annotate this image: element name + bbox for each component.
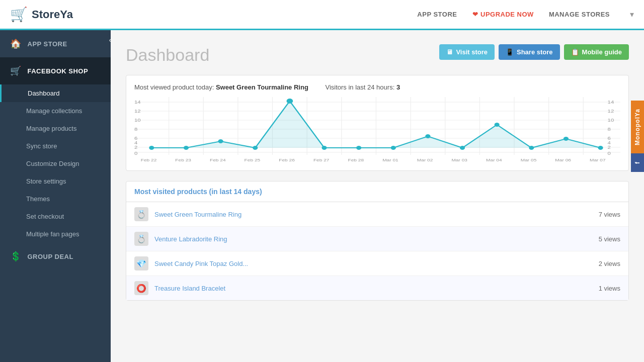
product-img-1: 💍 [134,207,148,221]
svg-text:8: 8 [134,127,138,132]
right-tabs: MonopolYa f [631,101,644,172]
sidebar-item-set-checkout[interactable]: Set checkout [0,208,111,225]
product-name-3[interactable]: Sweet Candy Pink Topaz Gold... [154,260,599,267]
svg-text:Feb 23: Feb 23 [175,158,191,162]
product-row: ⭕ Treasure Island Bracelet 1 views [126,276,628,300]
svg-point-26 [321,146,327,150]
sidebar: « 🏠 APP STORE 🛒 FACEBOOK SHOP Dashboard … [0,30,111,362]
monopolya-tab[interactable]: MonopolYa [631,101,644,153]
svg-text:8: 8 [608,127,611,132]
product-img-4: ⭕ [134,281,148,295]
sidebar-item-manage-collections[interactable]: Manage collections [0,102,111,120]
sidebar-item-themes[interactable]: Themes [0,190,111,208]
shop-icon: 🛒 [10,65,22,76]
sidebar-item-store-settings[interactable]: Store settings [0,172,111,190]
svg-text:12: 12 [134,109,141,114]
mobile-guide-button[interactable]: 📋 Mobile guide [564,44,629,60]
product-name-4[interactable]: Treasure Island Bracelet [154,285,599,292]
svg-text:Mar 04: Mar 04 [486,158,502,162]
svg-point-29 [425,134,430,138]
product-views-3: 2 views [599,260,620,267]
svg-text:Mar 02: Mar 02 [417,158,433,162]
product-views-4: 1 views [599,285,620,292]
logo-text: StoreYa [32,8,73,21]
monitor-icon: 🖥 [446,48,453,56]
svg-text:Feb 24: Feb 24 [210,158,226,162]
deal-icon: 💲 [10,251,22,262]
chart-container: 14 12 10 8 6 4 2 0 14 12 10 8 6 4 2 0 Fe… [134,97,620,162]
svg-point-33 [564,137,569,141]
svg-point-21 [149,146,154,150]
svg-point-31 [495,123,500,127]
visitors-label: Visitors in last 24 hours: 3 [325,83,400,91]
main-content: Dashboard 🖥 Visit store 📱 Share store 📋 … [111,30,644,362]
sidebar-group-deal-label: GROUP DEAL [28,253,73,260]
sidebar-item-sync-store[interactable]: Sync store [0,137,111,155]
heart-icon: ❤ [472,11,478,18]
sidebar-item-manage-products[interactable]: Manage products [0,120,111,137]
svg-point-23 [218,139,223,143]
svg-text:12: 12 [608,109,614,114]
logo-icon: 🛒 [10,6,28,23]
svg-text:Feb 22: Feb 22 [141,158,157,162]
dashboard-actions: 🖥 Visit store 📱 Share store 📋 Mobile gui… [439,44,629,60]
svg-text:2: 2 [134,145,138,150]
sidebar-item-app-store[interactable]: 🏠 APP STORE [0,30,111,57]
most-viewed-product: Sweet Green Tourmaline Ring [216,83,308,91]
product-name-2[interactable]: Venture Labradorite Ring [154,235,599,243]
svg-point-24 [253,146,258,150]
product-name-1[interactable]: Sweet Green Tourmaline Ring [154,211,599,218]
top-nav: 🛒 StoreYa APP STORE ❤ UPGRADE NOW MANAGE… [0,0,644,30]
svg-point-32 [529,146,534,150]
share-icon: 📱 [506,48,514,56]
svg-point-34 [598,146,603,150]
sidebar-item-dashboard[interactable]: Dashboard [0,84,111,102]
most-viewed-label: Most viewed product today: [134,83,214,91]
visit-store-button[interactable]: 🖥 Visit store [439,44,495,60]
svg-text:Mar 06: Mar 06 [555,158,571,162]
svg-text:Mar 07: Mar 07 [590,158,606,162]
products-header: Most visited products (in last 14 days) [126,182,628,202]
svg-text:0: 0 [134,151,138,156]
svg-text:14: 14 [608,100,614,105]
svg-text:Mar 01: Mar 01 [382,158,398,162]
svg-point-25 [287,99,293,104]
sidebar-item-facebook-shop[interactable]: 🛒 FACEBOOK SHOP [0,57,111,84]
product-views-2: 5 views [599,235,620,243]
svg-point-22 [184,146,189,150]
sidebar-item-customize-design[interactable]: Customize Design [0,155,111,172]
product-row: 💍 Venture Labradorite Ring 5 views [126,227,628,251]
svg-point-30 [460,146,465,150]
svg-text:Feb 25: Feb 25 [245,158,261,162]
chevron-down-icon: ▾ [630,10,634,19]
svg-text:2: 2 [608,145,611,150]
nav-app-store[interactable]: APP STORE [417,11,457,18]
nav-upgrade-now[interactable]: ❤ UPGRADE NOW [472,11,534,18]
product-row: 💍 Sweet Green Tourmaline Ring 7 views [126,202,628,227]
top-nav-links: APP STORE ❤ UPGRADE NOW MANAGE STORES ▾ [417,10,634,19]
svg-text:10: 10 [608,118,614,123]
sidebar-item-multiple-fan-pages[interactable]: Multiple fan pages [0,225,111,243]
product-views-1: 7 views [599,211,620,218]
products-card: Most visited products (in last 14 days) … [126,181,629,301]
svg-text:Feb 28: Feb 28 [348,158,364,162]
svg-text:Mar 03: Mar 03 [451,158,467,162]
sidebar-app-store-label: APP STORE [28,40,67,48]
chart-header: Most viewed product today: Sweet Green T… [134,83,620,91]
home-icon: 🏠 [10,38,22,49]
facebook-tab[interactable]: f [631,153,644,172]
sidebar-item-group-deal[interactable]: 💲 GROUP DEAL [0,243,111,270]
product-img-3: 💎 [134,256,148,270]
svg-text:14: 14 [134,100,141,105]
logo[interactable]: 🛒 StoreYa [10,6,73,23]
product-row: 💎 Sweet Candy Pink Topaz Gold... 2 views [126,251,628,276]
sidebar-facebook-shop-label: FACEBOOK SHOP [28,67,89,75]
svg-text:Feb 26: Feb 26 [279,158,295,162]
mobile-icon: 📋 [571,48,579,56]
nav-manage-stores[interactable]: MANAGE STORES [549,11,610,18]
svg-text:0: 0 [608,151,611,156]
svg-text:Feb 27: Feb 27 [313,158,330,162]
svg-text:Mar 05: Mar 05 [521,158,537,162]
share-store-button[interactable]: 📱 Share store [499,44,560,60]
chart-card: Most viewed product today: Sweet Green T… [126,75,629,171]
